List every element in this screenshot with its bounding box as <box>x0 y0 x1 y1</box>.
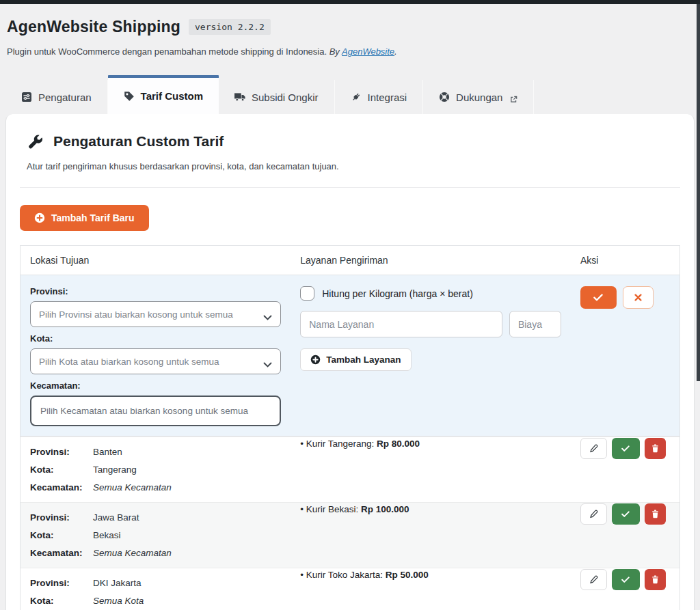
bullet: • <box>300 439 304 449</box>
add-service-button[interactable]: Tambah Layanan <box>300 348 411 371</box>
page-header: AgenWebsite Shipping version 2.2.2 Plugi… <box>0 4 700 57</box>
edit-row-button[interactable] <box>580 438 607 459</box>
column-header-location: Lokasi Tujuan <box>21 246 291 275</box>
kota-label: Kota: <box>30 333 281 344</box>
plug-icon <box>351 92 362 102</box>
actions-cell <box>571 503 679 568</box>
approve-row-button[interactable] <box>612 438 640 459</box>
divider <box>20 187 680 188</box>
kota-value: Tangerang <box>93 465 281 475</box>
version-badge: version 2.2.2 <box>189 19 271 35</box>
editor-location-cell: Provinsi: Pilih Provinsi atau biarkan ko… <box>21 275 291 436</box>
editor-services-cell: Hitung per Kilogram (harga × berat) Tamb… <box>291 275 571 436</box>
page-description: Plugin untuk WooCommerce dengan penambah… <box>7 46 692 57</box>
sliders-square-icon <box>21 92 32 102</box>
service-price: Rp 50.000 <box>386 570 429 580</box>
bullet: • <box>300 570 304 580</box>
column-header-services: Layanan Pengiriman <box>291 246 571 275</box>
per-kg-checkbox[interactable] <box>300 286 314 301</box>
delete-row-button[interactable] <box>645 503 666 525</box>
edit-row-button[interactable] <box>580 569 607 590</box>
plus-circle-icon <box>34 212 45 223</box>
service-name: Kurir Tangerang: <box>306 439 375 449</box>
page-description-text: Plugin untuk WooCommerce dengan penambah… <box>7 46 327 57</box>
service-cost-input[interactable] <box>509 311 561 337</box>
tariff-table: Lokasi Tujuan Layanan Pengiriman Aksi Pr… <box>20 245 680 610</box>
table-header-row: Lokasi Tujuan Layanan Pengiriman Aksi <box>21 246 679 275</box>
trash-icon <box>651 510 659 518</box>
provinsi-label: Provinsi: <box>30 512 93 523</box>
close-icon <box>634 294 642 301</box>
location-cell: Provinsi: Banten Kota: Tangerang Kecamat… <box>21 437 291 502</box>
delete-row-button[interactable] <box>645 438 666 459</box>
add-tariff-label: Tambah Tarif Baru <box>51 212 135 223</box>
actions-cell <box>571 437 679 502</box>
check-icon <box>621 511 630 517</box>
provinsi-select-placeholder: Pilih Provinsi atau biarkan kosong untuk… <box>39 309 233 320</box>
chevron-down-icon <box>263 311 272 318</box>
kecamatan-value: Semua Kecamatan <box>93 548 281 558</box>
tab-label: Subsidi Ongkir <box>252 92 319 103</box>
tab-pengaturan[interactable]: Pengaturan <box>5 80 108 114</box>
kota-label: Kota: <box>30 465 93 475</box>
trash-icon <box>651 444 659 453</box>
service-name: Kurir Bekasi: <box>306 504 359 514</box>
delete-row-button[interactable] <box>645 569 666 590</box>
tariff-row: Provinsi: Jawa Barat Kota: Bekasi Kecama… <box>21 502 679 568</box>
scrollbar-thumb[interactable] <box>697 4 700 381</box>
tariff-row: Provinsi: Banten Kota: Tangerang Kecamat… <box>21 436 679 502</box>
column-header-actions: Aksi <box>571 246 679 275</box>
agenwebsite-link[interactable]: AgenWebsite <box>342 46 394 57</box>
trash-icon <box>651 575 659 584</box>
kota-value: Semua Kota <box>93 596 281 606</box>
tariff-row: Provinsi: DKI Jakarta Kota: Semua Kota K… <box>21 568 679 610</box>
life-ring-icon <box>439 92 450 102</box>
wrench-icon <box>27 133 43 150</box>
confirm-tariff-button[interactable] <box>580 286 617 309</box>
bullet: • <box>300 504 304 514</box>
provinsi-label: Provinsi: <box>30 447 93 457</box>
check-icon <box>593 294 603 301</box>
section-title: Pengaturan Custom Tarif <box>53 133 224 150</box>
add-service-label: Tambah Layanan <box>326 355 401 365</box>
approve-row-button[interactable] <box>612 503 640 525</box>
kota-select[interactable]: Pilih Kota atau biarkan kosong untuk sem… <box>30 348 281 374</box>
kecamatan-label: Kecamatan: <box>30 482 93 493</box>
tab-label: Integrasi <box>368 92 407 103</box>
location-cell: Provinsi: Jawa Barat Kota: Bekasi Kecama… <box>21 503 291 568</box>
kecamatan-label: Kecamatan: <box>30 380 281 391</box>
tab-label: Pengaturan <box>38 92 92 103</box>
cancel-tariff-button[interactable] <box>623 286 654 309</box>
provinsi-label: Provinsi: <box>30 578 93 588</box>
tab-dukungan[interactable]: Dukungan <box>423 80 534 114</box>
page-title: AgenWebsite Shipping <box>7 18 180 36</box>
provinsi-label: Provinsi: <box>30 286 281 296</box>
kecamatan-label: Kecamatan: <box>30 548 93 558</box>
approve-row-button[interactable] <box>612 569 640 590</box>
per-kg-label: Hitung per Kilogram (harga × berat) <box>322 288 473 299</box>
tag-icon <box>124 91 135 102</box>
edit-row-button[interactable] <box>580 503 607 525</box>
tab-label: Dukungan <box>456 92 502 103</box>
editor-actions-cell <box>571 275 679 436</box>
by-label: By <box>329 46 342 57</box>
provinsi-value: DKI Jakarta <box>93 578 281 588</box>
tab-integrasi[interactable]: Integrasi <box>335 80 424 114</box>
kecamatan-input[interactable] <box>30 396 281 426</box>
check-icon <box>621 577 630 583</box>
add-tariff-button[interactable]: Tambah Tarif Baru <box>20 205 149 231</box>
service-price: Rp 80.000 <box>377 439 420 449</box>
check-icon <box>621 445 630 452</box>
service-name: Kurir Toko Jakarta: <box>306 570 383 580</box>
pencil-icon <box>589 444 598 453</box>
external-link-icon <box>510 94 517 101</box>
provinsi-select[interactable]: Pilih Provinsi atau biarkan kosong untuk… <box>30 301 281 327</box>
main-panel: Pengaturan Custom Tarif Atur tarif pengi… <box>5 114 695 610</box>
tab-subsidi-ongkir[interactable]: Subsidi Ongkir <box>219 80 335 114</box>
services-cell: • Kurir Tangerang: Rp 80.000 <box>291 437 571 502</box>
service-name-input[interactable] <box>300 311 502 337</box>
kota-select-placeholder: Pilih Kota atau biarkan kosong untuk sem… <box>39 357 219 367</box>
kota-value: Bekasi <box>93 530 281 540</box>
tab-tarif-custom[interactable]: Tarif Custom <box>108 75 219 114</box>
services-cell: • Kurir Toko Jakarta: Rp 50.000 <box>291 568 571 610</box>
